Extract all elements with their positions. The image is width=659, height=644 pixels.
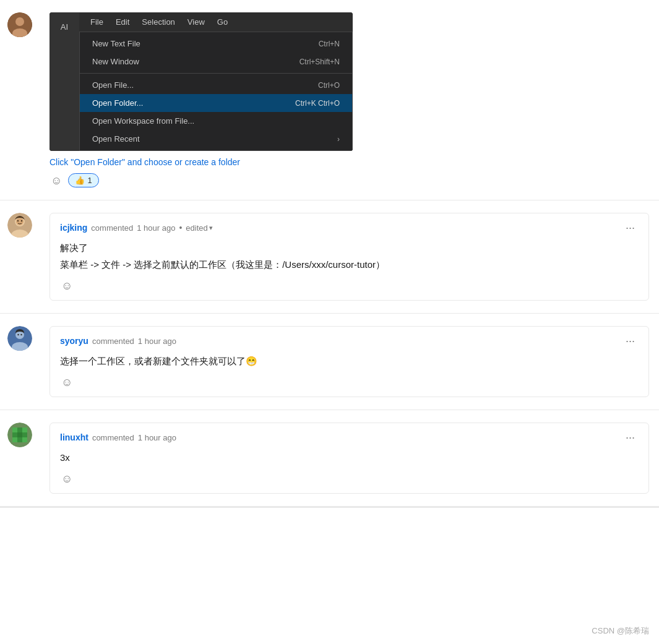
dropdown-item-label: New Window bbox=[92, 57, 139, 66]
comment-header-left-4: linuxht commented 1 hour ago bbox=[60, 432, 176, 442]
vscode-screenshot: AI File Edit Selection View Go bbox=[50, 12, 353, 151]
comment-line-3: 选择一个工作区，或者新建个文件夹就可以了😁 bbox=[60, 353, 639, 369]
comment-action-2: commented bbox=[91, 223, 133, 233]
edited-dropdown-2[interactable]: edited ▾ bbox=[186, 223, 212, 233]
comment-box-4: linuxht commented 1 hour ago ··· 3x ☺ bbox=[50, 423, 649, 494]
emoji-picker-btn-4[interactable]: ☺ bbox=[60, 472, 74, 486]
comment-line-2: 菜单栏 -> 文件 -> 选择之前默认的工作区（我这里是：/Users/xxx/… bbox=[60, 256, 639, 273]
avatar-image-3 bbox=[7, 326, 32, 351]
dropdown-separator-1 bbox=[80, 73, 352, 74]
avatar-1 bbox=[7, 12, 32, 37]
comment-header-3: syoryu commented 1 hour ago ··· bbox=[60, 334, 639, 348]
dropdown-open-file[interactable]: Open File... Ctrl+O bbox=[80, 76, 352, 94]
svg-point-8 bbox=[21, 220, 22, 221]
comment-block-2: icjking commented 1 hour ago • edited ▾ … bbox=[0, 200, 659, 314]
more-options-btn-3[interactable]: ··· bbox=[622, 334, 639, 348]
comment-block-1: AI File Edit Selection View Go bbox=[0, 0, 659, 200]
emoji-picker-btn[interactable]: ☺ bbox=[50, 174, 63, 187]
comment-block-3: syoryu commented 1 hour ago ··· 选择一个工作区，… bbox=[0, 314, 659, 410]
comment-content-1: AI File Edit Selection View Go bbox=[50, 12, 659, 187]
vscode-menu: File Edit Selection View Go bbox=[84, 15, 234, 29]
dropdown-open-folder[interactable]: Open Folder... Ctrl+K Ctrl+O bbox=[80, 94, 352, 112]
dropdown-item-label: Open File... bbox=[92, 80, 134, 90]
dropdown-item-label: Open Workspace from File... bbox=[92, 116, 194, 126]
emoji-picker-btn-3[interactable]: ☺ bbox=[60, 376, 74, 389]
menu-selection[interactable]: Selection bbox=[136, 15, 181, 29]
dropdown-item-shortcut: Ctrl+Shift+N bbox=[299, 58, 340, 66]
watermark: CSDN @陈希瑞 bbox=[592, 625, 649, 637]
comment-header-left-2: icjking commented 1 hour ago • edited ▾ bbox=[60, 223, 213, 233]
svg-point-13 bbox=[20, 334, 22, 335]
thumbsup-icon: 👍 bbox=[75, 176, 85, 185]
dropdown-item-label: Open Folder... bbox=[92, 98, 143, 108]
avatar-3 bbox=[7, 326, 32, 351]
svg-rect-19 bbox=[17, 432, 22, 437]
username-3[interactable]: syoryu bbox=[60, 336, 88, 346]
dropdown-item-shortcut: Ctrl+K Ctrl+O bbox=[295, 99, 340, 108]
dropdown-item-label: Open Recent bbox=[92, 134, 140, 144]
reactions-3: ☺ bbox=[60, 376, 639, 389]
arrow-icon: › bbox=[337, 135, 340, 144]
bottom-divider bbox=[0, 507, 659, 508]
comment-block-4: linuxht commented 1 hour ago ··· 3x ☺ bbox=[0, 410, 659, 507]
vscode-main: File Edit Selection View Go New Text Fil… bbox=[79, 12, 353, 151]
menu-edit[interactable]: Edit bbox=[110, 15, 136, 29]
svg-rect-21 bbox=[22, 432, 27, 437]
comment-time-2: 1 hour ago bbox=[137, 223, 175, 233]
avatar-2 bbox=[7, 213, 32, 238]
dropdown-new-window[interactable]: New Window Ctrl+Shift+N bbox=[80, 53, 352, 71]
menu-go[interactable]: Go bbox=[211, 15, 234, 29]
comment-action-3: commented bbox=[92, 337, 134, 346]
avatar-image-4 bbox=[7, 423, 32, 447]
dropdown-open-recent[interactable]: Open Recent › bbox=[80, 130, 352, 148]
thumbsup-reaction[interactable]: 👍 1 bbox=[68, 173, 98, 187]
vscode-left-rail: AI bbox=[50, 12, 79, 151]
comment-header-2: icjking commented 1 hour ago • edited ▾ … bbox=[60, 221, 639, 234]
svg-rect-15 bbox=[12, 427, 17, 432]
edited-chevron-icon: ▾ bbox=[209, 224, 213, 232]
reactions-4: ☺ bbox=[60, 472, 639, 486]
more-options-btn-2[interactable]: ··· bbox=[622, 221, 639, 234]
dropdown-item-shortcut: Ctrl+N bbox=[319, 40, 340, 48]
avatar-image-2 bbox=[7, 213, 32, 238]
svg-rect-20 bbox=[12, 432, 17, 437]
dropdown-item-label: New Text File bbox=[92, 39, 140, 48]
svg-rect-18 bbox=[22, 437, 27, 442]
comment-body-2: 解决了 菜单栏 -> 文件 -> 选择之前默认的工作区（我这里是：/Users/… bbox=[60, 239, 639, 273]
svg-rect-23 bbox=[17, 437, 22, 442]
menu-file[interactable]: File bbox=[84, 15, 110, 29]
svg-rect-22 bbox=[17, 427, 22, 432]
svg-point-7 bbox=[17, 220, 19, 221]
comment-content-3: syoryu commented 1 hour ago ··· 选择一个工作区，… bbox=[50, 326, 659, 397]
avatar-4 bbox=[7, 423, 32, 447]
svg-point-1 bbox=[15, 17, 24, 26]
username-4[interactable]: linuxht bbox=[60, 432, 88, 442]
menu-view[interactable]: View bbox=[181, 15, 211, 29]
comment-content-2: icjking commented 1 hour ago • edited ▾ … bbox=[50, 213, 659, 301]
comment-body-4: 3x bbox=[60, 449, 639, 466]
vscode-body: AI File Edit Selection View Go bbox=[50, 12, 353, 151]
dot-sep-2: • bbox=[179, 223, 182, 233]
comment-header-left-3: syoryu commented 1 hour ago bbox=[60, 336, 176, 346]
emoji-picker-btn-2[interactable]: ☺ bbox=[60, 279, 74, 293]
comment-box-3: syoryu commented 1 hour ago ··· 选择一个工作区，… bbox=[50, 326, 649, 397]
reactions-1: ☺ 👍 1 bbox=[50, 173, 649, 187]
vscode-file-dropdown: New Text File Ctrl+N New Window Ctrl+Shi… bbox=[79, 32, 353, 151]
comment-body-3: 选择一个工作区，或者新建个文件夹就可以了😁 bbox=[60, 353, 639, 369]
comment-header-4: linuxht commented 1 hour ago ··· bbox=[60, 431, 639, 444]
edited-label-2: edited bbox=[186, 223, 207, 233]
avatar-image-1 bbox=[7, 12, 32, 37]
svg-rect-17 bbox=[12, 437, 17, 442]
comment-content-4: linuxht commented 1 hour ago ··· 3x ☺ bbox=[50, 423, 659, 494]
comment-box-2: icjking commented 1 hour ago • edited ▾ … bbox=[50, 213, 649, 301]
reactions-2: ☺ bbox=[60, 279, 639, 293]
dropdown-new-text-file[interactable]: New Text File Ctrl+N bbox=[80, 35, 352, 53]
comment-line-1: 解决了 bbox=[60, 239, 639, 256]
username-2[interactable]: icjking bbox=[60, 223, 87, 233]
screenshot-caption: Click "Open Folder" and choose or create… bbox=[50, 157, 649, 167]
more-options-btn-4[interactable]: ··· bbox=[622, 431, 639, 444]
comment-time-3: 1 hour ago bbox=[138, 337, 176, 346]
dropdown-item-shortcut: Ctrl+O bbox=[318, 81, 340, 90]
comment-action-4: commented bbox=[92, 433, 134, 442]
dropdown-open-workspace[interactable]: Open Workspace from File... bbox=[80, 112, 352, 130]
